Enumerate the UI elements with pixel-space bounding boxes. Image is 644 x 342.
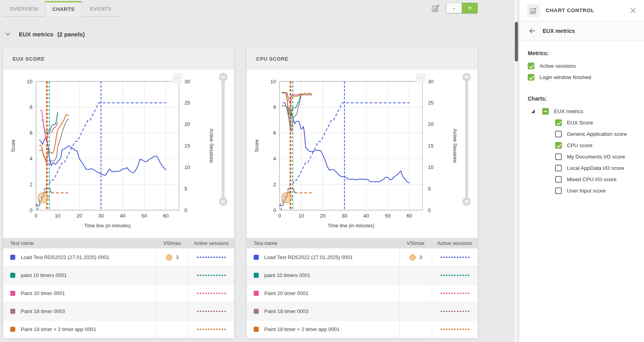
eux-score-panel: EUX SCORE 010203040506002468100510152025… (3, 48, 234, 338)
checkbox[interactable] (555, 165, 562, 171)
layout-single-column-button[interactable]: - (446, 3, 462, 13)
cpu-score-chart: 01020304050600246810051015202530Time lin… (247, 69, 478, 238)
test-name-cell: Paint 18 timer + 2 timer app 0001 (3, 320, 156, 338)
test-name-cell: paint 10 timers 0001 (3, 266, 156, 284)
table-row: Paint 20 timer 0001 (247, 284, 478, 302)
series-color-swatch (254, 327, 259, 332)
dashed-line-sample (440, 329, 469, 330)
checkbox[interactable] (555, 142, 562, 149)
tree-node-label: EUX metrics (554, 108, 583, 114)
active-sessions-cell (188, 284, 234, 302)
svg-text:4: 4 (30, 156, 32, 162)
checkbox[interactable] (555, 131, 562, 137)
chart-control-title: CHART CONTROL (546, 7, 629, 13)
column-header: Test name (247, 240, 399, 246)
slider-handle-top[interactable] (219, 73, 227, 81)
series-color-swatch (10, 309, 15, 314)
vsimax-marker (281, 193, 292, 203)
active-sessions-cell (432, 266, 478, 284)
slider-handle-top[interactable] (462, 73, 471, 81)
back-arrow-icon[interactable] (529, 27, 536, 35)
chart-more-button[interactable]: ... (416, 73, 426, 83)
table-row: Paint 18 timer 0003 (247, 302, 478, 320)
eux-metrics-checkbox[interactable] (542, 108, 549, 115)
layout-two-column-button[interactable]: = (462, 3, 478, 13)
legend-table-header: Test nameVSImaxActive sessions (3, 238, 234, 248)
test-name: Paint 20 timer 0001 (264, 290, 308, 296)
chart-more-button[interactable]: ... (172, 73, 182, 83)
test-name: paint 10 timers 0001 (21, 272, 67, 278)
checkbox[interactable] (528, 63, 534, 69)
test-name-cell: Paint 20 timer 0001 (247, 284, 399, 302)
chart-toggle-local-appdata-i-o-score[interactable]: Local AppData I/O score (528, 162, 644, 174)
vsimax-cell (156, 266, 188, 284)
vsimax-cell (156, 320, 188, 338)
test-name-cell: Paint 18 timer 0003 (247, 302, 399, 320)
metric-toggle-active-sessions[interactable]: Active sessions (528, 60, 644, 72)
test-name: Load Test RDS2022 (27.01.2025) 0001 (264, 254, 353, 260)
chart-toggle-cpu-score[interactable]: CPU score (528, 140, 644, 151)
slider-handle-bottom[interactable] (462, 197, 471, 206)
chart-toggle-generic-application-score[interactable]: Generic Application score (528, 128, 644, 140)
chevron-down-icon[interactable] (5, 31, 11, 37)
chart-option-label: EUX Score (567, 120, 593, 126)
slider-track (222, 77, 225, 202)
table-row: Paint 20 timer 0001 (3, 284, 234, 302)
test-name-cell: Paint 18 timer + 2 timer app 0001 (247, 320, 399, 338)
chart-toggle-user-input-score[interactable]: User Input score (528, 185, 644, 196)
series-paint-18-timer-0003 (282, 95, 312, 132)
active-sessions-cell (188, 266, 234, 284)
chart-edit-icon[interactable] (431, 3, 441, 13)
svg-text:8: 8 (30, 104, 32, 110)
vsimax-value: 3 (419, 254, 422, 260)
eux-score-chart: 01020304050600246810051015202530Time lin… (3, 69, 234, 238)
checkbox[interactable] (555, 153, 562, 160)
table-row: paint 10 timers 0001 (247, 266, 478, 284)
active-sessions-cell (432, 320, 478, 338)
checkbox[interactable] (555, 187, 562, 194)
tab-overview[interactable]: OVERVIEW (3, 1, 45, 17)
svg-text:20: 20 (428, 121, 433, 127)
chart-area: 01020304050600246810051015202530Time lin… (247, 69, 478, 238)
test-name-cell: paint 10 timers 0001 (247, 266, 399, 284)
chart-toggle-eux-score[interactable]: EUX Score (528, 117, 644, 128)
vsimax-cell (399, 284, 432, 302)
slider-handle-bottom[interactable] (219, 197, 227, 206)
series-color-swatch (254, 273, 259, 278)
chart-control-content: Metrics: Active sessionsLogin window fin… (519, 41, 644, 196)
chart-option-label: User Input score (567, 188, 606, 194)
checkbox[interactable] (528, 74, 534, 81)
svg-text:10: 10 (271, 79, 276, 85)
tab-charts[interactable]: CHARTS (45, 1, 82, 17)
vsimax-value: 3 (176, 254, 179, 260)
control-group-title: EUX metrics (543, 28, 575, 34)
tree-expand-icon[interactable] (531, 109, 535, 113)
y-axis-left-label: Score (11, 139, 16, 152)
scrollbar-thumb[interactable] (515, 22, 518, 61)
svg-text:0: 0 (34, 213, 37, 219)
svg-text:25: 25 (428, 100, 433, 106)
series-paint-18-timer-2-timer-app-0001 (39, 114, 69, 160)
column-header: VSImax (399, 240, 432, 246)
svg-text:2: 2 (273, 182, 276, 187)
vsimax-marker (38, 193, 48, 203)
tab-events[interactable]: EVENTS (82, 1, 120, 17)
checkbox[interactable] (555, 176, 562, 183)
metric-toggle-login-window-finished[interactable]: Login window finished (528, 72, 644, 83)
x-axis-label: Time line (in minutes) (328, 223, 374, 229)
chart-option-label: Mixed CPU I/O score (567, 176, 617, 182)
svg-text:2: 2 (30, 182, 32, 187)
legend-table: Test nameVSImaxActive sessionsLoad Test … (247, 238, 478, 338)
metrics-label: Metrics: (528, 50, 644, 56)
chart-option-label: CPU score (567, 142, 592, 148)
dashed-line-sample (440, 257, 469, 258)
close-icon[interactable] (629, 7, 637, 14)
metric-label: Active sessions (539, 63, 576, 69)
vsimax-dot-icon (166, 254, 172, 261)
checkbox[interactable] (555, 119, 562, 126)
chart-toggle-mixed-cpu-i-o-score[interactable]: Mixed CPU I/O score (528, 174, 644, 185)
chart-toggle-my-documents-i-o-score[interactable]: My Documents I/O score (528, 151, 644, 162)
main-scrollbar[interactable] (514, 0, 519, 342)
svg-text:0: 0 (184, 207, 187, 213)
test-name: Paint 18 timer + 2 timer app 0001 (21, 326, 96, 332)
